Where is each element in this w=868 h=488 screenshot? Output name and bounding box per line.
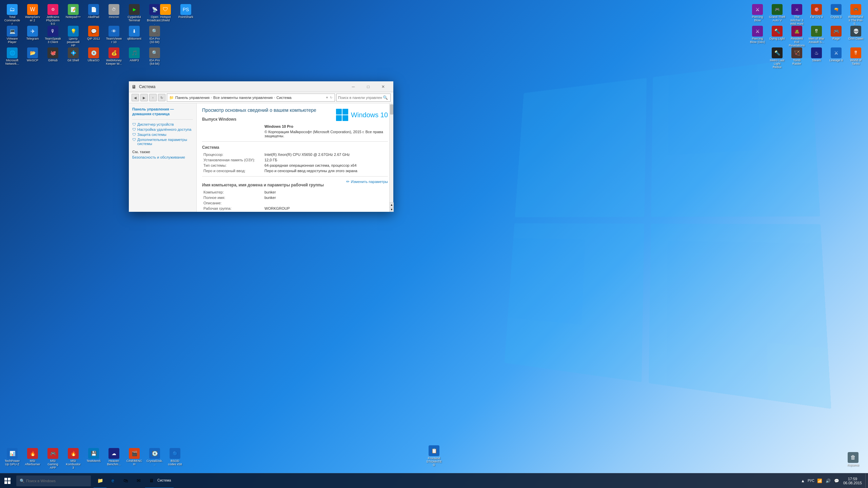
sidebar-remote-access[interactable]: 🛡 Настройка удалённого доступа (132, 127, 193, 131)
language-indicator[interactable]: РУС (808, 479, 814, 483)
icon-git-shell[interactable]: 💠 Git Shell (64, 46, 83, 67)
search-icon[interactable]: 🔍 (383, 95, 388, 100)
sidebar-security-link[interactable]: Безопасность и обслуживание (132, 155, 193, 159)
system-type-label: Тип системы: (202, 163, 263, 168)
icon-akelpad[interactable]: 📄 AkelPad (84, 3, 103, 27)
breadcrumb-all[interactable]: Все элементы панели управления (213, 96, 273, 100)
back-button[interactable]: ◀ (132, 94, 139, 101)
icon-ms-network[interactable]: 🌐 Microsoft Network... (3, 46, 22, 67)
icon-ida64[interactable]: 🔍 IDA Pro (64-bit) (145, 46, 164, 67)
taskbar-mail[interactable]: ✉ (132, 473, 145, 488)
clock-time: 17:59 (848, 477, 857, 481)
icon-piercing-blow-dev[interactable]: ⚔ Piercing Blow (Dev) (748, 24, 767, 52)
icon-testmem5[interactable]: 💾 TestMem5 (84, 447, 103, 471)
close-button[interactable]: ✕ (376, 81, 391, 92)
window-content: Панель управления — домашняя страница 🛡 … (129, 103, 393, 212)
icon-github[interactable]: 🐙 GitHub (43, 46, 62, 67)
icon-steam[interactable]: ♨ Steam (807, 46, 826, 70)
icon-vmware[interactable]: 💻 VMware Player (3, 24, 22, 49)
icon-ultraiso[interactable]: 💿 UltraISO (84, 46, 103, 67)
edition-row: Windows 10 Pro (202, 124, 388, 129)
scroll-down-button[interactable]: ▼ (390, 207, 394, 212)
taskbar-search-input[interactable] (26, 479, 80, 483)
taskbar-search-box[interactable]: 🔍 (16, 475, 91, 486)
breadcrumb-cp[interactable]: Панель управления (175, 96, 210, 100)
icon-msi-kombustor[interactable]: 🔥 MSI Kombustor 3 (64, 447, 83, 471)
taskbar-store[interactable]: 🛍 (119, 473, 132, 488)
icon-teamviewer[interactable]: 👁 TeamViewer 10 (104, 24, 123, 49)
taskbar-control-panel-app[interactable]: 🖥 Система (145, 473, 174, 488)
icon-ida32[interactable]: 🔍 IDA Pro (32-bit) (145, 24, 164, 49)
pencil-icon: ✏ (346, 179, 350, 184)
icon-bsod-codes[interactable]: 🔵 BSOD codes x58 (165, 447, 184, 471)
forward-button[interactable]: ▶ (140, 94, 148, 101)
icon-lineage2[interactable]: ⚔ Lineage II (827, 46, 846, 70)
copyright-value: © Корпорация Майкрософт (Microsoft Corpo… (263, 129, 388, 139)
search-input[interactable] (338, 96, 382, 100)
icon-piercing-blow[interactable]: ⚔ Piercing Blow (748, 3, 767, 27)
notification-icon[interactable]: 💬 (833, 478, 840, 484)
icon-jetbrains[interactable]: ⚙ JetBrains PhpStorm 9.0 (43, 3, 62, 27)
icon-winscp[interactable]: 📂 WinSCP (23, 46, 42, 67)
scroll-thumb[interactable] (390, 104, 393, 115)
icon-mncron[interactable]: ⏱ mncron (104, 3, 123, 27)
icon-teamspeak[interactable]: 🎙 TeamSpeak 3 Client (43, 24, 62, 49)
sidebar-advanced-params[interactable]: 🛡 Дополнительные параметры системы (132, 138, 193, 146)
show-desktop-button[interactable] (865, 473, 868, 488)
minimize-button[interactable]: ─ (346, 81, 361, 92)
change-params: ✏ Изменить параметры (343, 179, 388, 184)
sidebar-device-manager[interactable]: 🛡 Диспетчер устройств (132, 122, 193, 126)
icon-aimp3[interactable]: 🎵 AIMP3 (125, 46, 144, 67)
start-button[interactable] (0, 473, 15, 488)
control-panel-window: 🖥 Система ─ □ ✕ ◀ ▶ ↑ ↻ 📁 Панель управле… (129, 81, 393, 212)
icon-qbittorrent[interactable]: ⬇ qBittorrent (125, 24, 144, 49)
icon-crystaldisk[interactable]: 💽 CrystalDisk... (145, 447, 164, 471)
taskbar-clock[interactable]: 17:59 06.08.2015 (840, 477, 865, 485)
refresh-addr-icon[interactable]: ↻ (330, 96, 333, 99)
window-title: Система (139, 84, 346, 89)
change-params-link[interactable]: Изменить параметры (351, 180, 388, 184)
scroll-up-button[interactable]: ▲ (390, 202, 394, 207)
icon-techpowerup[interactable]: 📊 TechPowerUp GPU-Z (3, 447, 22, 471)
icon-notepadpp[interactable]: 📝 Notepad++ (64, 3, 83, 27)
win-tile-2 (342, 109, 348, 115)
icon-msi-gaming[interactable]: 🎮 MSI Gaming APP (43, 447, 62, 471)
fullname-row: Полное имя: bunker (202, 195, 343, 200)
icon-crysis3[interactable]: 🔫 Crysis 3 (827, 3, 846, 27)
up-arrow-icon[interactable]: ▲ (800, 478, 806, 484)
taskbar-edge[interactable]: e (106, 473, 119, 488)
icon-recycle-bin[interactable]: 🗑 Корзина (844, 451, 863, 468)
icon-qip[interactable]: 💬 QIP 2012 (84, 24, 103, 49)
icon-metro[interactable]: 🔦 Metro Last Light Redux (768, 46, 787, 70)
icon-msi-afterburner[interactable]: 🔥 MSI Afterburner (23, 447, 42, 471)
network-icon[interactable]: 📶 (816, 478, 823, 484)
icon-total-commander[interactable]: 🗂 Total Commander (3, 3, 22, 27)
icon-cygwin[interactable]: ▶ Cygwin64 Terminal (125, 3, 144, 27)
icon-heaven[interactable]: ☁ Heaven Benchm... (104, 447, 123, 471)
icon-frontend-stigmated[interactable]: 📋 Frontend STIGMATED (425, 444, 443, 468)
volume-icon[interactable]: 🔊 (825, 478, 831, 484)
icon-hotspot-shield[interactable]: 🛡 Hotspot Shield (156, 3, 175, 24)
icon-gta[interactable]: 🎮 Grand Theft Auto V (768, 3, 787, 27)
icon-borderlands[interactable]: 🎮 Borderlands The Pre-S... (846, 3, 865, 27)
icon-wampserver[interactable]: W WampServer 2 (23, 3, 42, 27)
maximize-button[interactable]: □ (361, 81, 376, 92)
icon-world-of-tanks[interactable]: 🎖 World of Tanks (846, 46, 865, 70)
up-button[interactable]: ↑ (149, 94, 157, 101)
icon-farcry4[interactable]: 🎯 Far Cry 4 (807, 3, 826, 27)
dropdown-icon[interactable]: ▼ (326, 96, 329, 99)
icon-centr-hp[interactable]: 💡 Центр решений HP (64, 24, 83, 49)
icon-witcher[interactable]: ⚔ The Witcher 3 Wild Hunt (787, 3, 806, 27)
taskbar-file-explorer[interactable]: 📁 (94, 473, 106, 488)
icon-cinebench[interactable]: 🎬 CINEBENCH (125, 447, 144, 471)
sidebar-system-protection[interactable]: 🛡 Защита системы (132, 133, 193, 137)
win-tile-4 (342, 115, 348, 121)
refresh-button[interactable]: ↻ (158, 94, 165, 101)
icon-telegram[interactable]: ✈ Telegram (23, 24, 42, 49)
icon-pointshark[interactable]: PS PointShark (176, 3, 195, 24)
icon-webmoney[interactable]: 💰 WebMoney Keeper W... (104, 46, 123, 67)
breadcrumb-system[interactable]: Система (276, 96, 291, 100)
icon-tomb-raider[interactable]: 🏹 Tomb Raider (787, 46, 806, 70)
scrollbar[interactable]: ▲ ▼ (389, 104, 393, 212)
fullname-value: bunker (263, 195, 343, 200)
